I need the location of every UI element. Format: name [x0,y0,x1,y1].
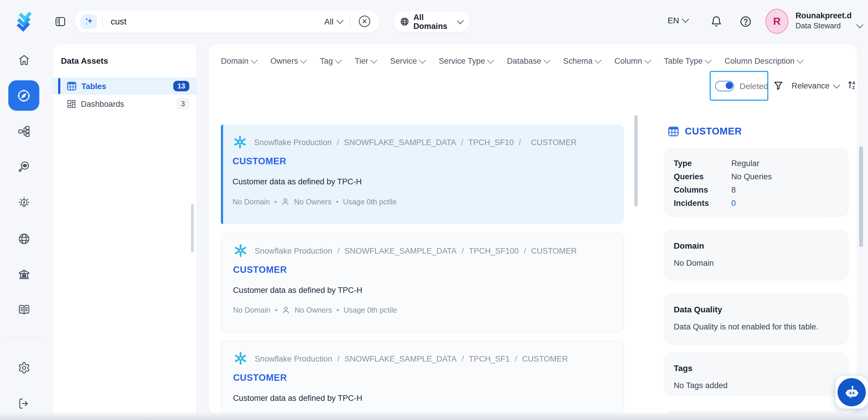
summary-row: Columns 8 [674,183,848,197]
breadcrumb-table[interactable]: CUSTOMER [522,354,568,363]
sidebar-toggle-button[interactable] [55,16,66,27]
sidebar-item-explore[interactable] [8,80,39,111]
app-logo[interactable] [13,10,35,32]
result-card-customer-sf1[interactable]: Snowflake Production / SNOWFLAKE_SAMPLE_… [221,340,624,414]
help-button[interactable] [740,16,752,28]
bottom-edge-gradient [0,412,868,420]
breadcrumb-schema[interactable]: TPCH_SF1 [469,354,510,363]
user-info[interactable]: Rounakpreet.d Data Steward [796,11,852,31]
sort-az-icon: A Z [847,80,857,90]
summary-value: 8 [731,185,736,194]
filter-domain[interactable]: Domain [221,56,257,65]
results-scrollbar[interactable] [634,115,638,206]
breadcrumb-schema[interactable]: TPCH_SF100 [469,246,519,255]
page-scrollbar[interactable] [859,146,863,247]
filter-table-type[interactable]: Table Type [664,56,711,65]
sidebar-item-lineage[interactable] [13,120,35,142]
filter-label: Domain [221,56,249,65]
filter-label: Tier [355,56,368,65]
breadcrumb-service[interactable]: Snowflake Production [254,138,332,146]
breadcrumb-service[interactable]: Snowflake Production [254,354,332,363]
summary-label: Type [674,159,731,168]
sidebar-item-govern[interactable] [13,263,35,286]
filter-schema[interactable]: Schema [563,56,600,65]
breadcrumb-schema[interactable]: TPCH_SF10 [468,138,514,146]
global-search-bar: All [74,9,380,33]
chevron-down-icon [595,56,602,63]
person-icon [282,306,290,314]
open-book-icon [18,303,30,316]
search-scope-dropdown[interactable]: All [324,17,342,26]
filter-tag[interactable]: Tag [320,56,341,65]
result-description: Customer data as defined by TPC-H [233,286,362,294]
filter-database[interactable]: Database [507,56,550,65]
breadcrumb-service[interactable]: Snowflake Production [254,246,332,255]
filter-tier[interactable]: Tier [355,56,376,65]
chevron-down-icon [335,56,342,63]
filter-owners[interactable]: Owners [271,56,306,65]
ai-search-chip[interactable] [80,14,97,29]
sort-order-button[interactable]: A Z [847,80,857,90]
chevron-down-icon [301,56,307,63]
result-title-link[interactable]: CUSTOMER [233,372,287,383]
breadcrumb-table[interactable]: CUSTOMER [531,246,577,255]
breadcrumb-database[interactable]: SNOWFLAKE_SAMPLE_DATA [344,354,457,363]
panel-scrollbar[interactable] [191,204,194,252]
detail-panel-title[interactable]: CUSTOMER [685,126,742,137]
breadcrumb: Snowflake Production / SNOWFLAKE_SAMPLE_… [232,134,577,150]
breadcrumb-database[interactable]: SNOWFLAKE_SAMPLE_DATA [344,138,456,146]
chevron-down-icon [705,56,712,63]
result-card-customer-sf10[interactable]: Snowflake Production / SNOWFLAKE_SAMPLE_… [221,124,624,224]
section-title: Tags [674,363,692,372]
domain-selector[interactable]: All Domains [393,11,470,33]
filter-bar: Domain Owners Tag Tier Service Service T… [221,56,803,65]
bank-icon [18,268,30,281]
avatar[interactable]: R [766,9,788,34]
breadcrumb-separator: / [524,246,526,255]
snowflake-icon [233,351,248,366]
global-search-input[interactable] [111,16,324,26]
filter-column[interactable]: Column [614,56,650,65]
summary-label: Incidents [674,199,731,208]
table-icon [67,82,76,91]
clear-search-button[interactable] [358,15,371,28]
chevron-down-icon [371,56,377,63]
layers-logo-icon [13,10,35,32]
sidebar-item-home[interactable] [13,49,35,71]
incidents-count-link[interactable]: 0 [731,199,736,208]
meta-dot: • [337,306,339,314]
panel-toggle-icon [55,16,66,27]
asset-type-label: Dashboards [81,99,124,108]
chevron-down-icon [251,56,258,63]
deleted-toggle[interactable] [715,81,734,91]
breadcrumb-separator: / [519,138,521,146]
sidebar-item-settings[interactable] [13,357,35,379]
logout-icon [18,398,30,410]
sidebar-item-domains[interactable] [13,228,35,249]
chevron-down-icon [682,16,689,22]
chevron-down-icon [833,82,840,88]
filter-service-type[interactable]: Service Type [439,56,493,65]
notifications-button[interactable] [710,16,722,28]
sidebar-item-insights[interactable] [13,191,35,214]
asset-type-tables[interactable]: Tables 13 [53,78,196,95]
meta-owners: No Owners [294,198,332,206]
language-selector[interactable]: EN [668,16,688,25]
user-menu-chevron-icon[interactable] [857,21,863,28]
deleted-toggle-group: Deleted [710,71,768,100]
result-title-link[interactable]: CUSTOMER [232,156,286,167]
breadcrumb-database[interactable]: SNOWFLAKE_SAMPLE_DATA [344,246,457,255]
sort-field-dropdown[interactable]: Relevance [792,82,839,90]
filter-column-description[interactable]: Column Description [725,56,803,65]
filter-service[interactable]: Service [390,56,425,65]
result-title-link[interactable]: CUSTOMER [233,265,287,275]
sidebar-item-observability[interactable] [13,155,35,178]
breadcrumb-separator: / [462,354,464,363]
asset-type-dashboards[interactable]: Dashboards 3 [53,95,196,112]
result-card-customer-sf100[interactable]: Snowflake Production / SNOWFLAKE_SAMPLE_… [221,233,624,332]
chat-widget-button[interactable] [835,376,868,409]
sidebar-item-glossary[interactable] [13,299,35,321]
advanced-filter-button[interactable] [773,81,783,91]
breadcrumb-separator: / [515,354,517,363]
breadcrumb-table[interactable]: CUSTOMER [531,138,577,146]
